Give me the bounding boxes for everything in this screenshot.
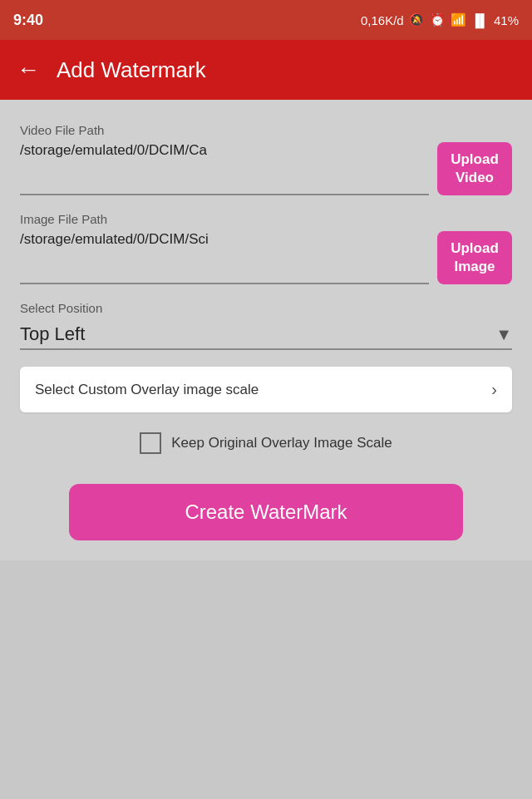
- status-right: 0,16K/d 🔕 ⏰ 📶 ▐▌ 41%: [361, 12, 519, 27]
- back-button[interactable]: ←: [17, 58, 40, 81]
- keep-original-checkbox[interactable]: [140, 432, 161, 454]
- upload-image-button[interactable]: UploadImage: [437, 231, 512, 284]
- dropdown-arrow-icon: ▼: [495, 325, 512, 344]
- image-input-wrapper: /storage/emulated/0/DCIM/Sci: [20, 231, 429, 284]
- video-field-row: /storage/emulated/0/DCIM/Ca UploadVideo: [20, 142, 512, 195]
- top-bar: ← Add Watermark: [0, 40, 532, 100]
- position-dropdown[interactable]: Top Left ▼: [20, 320, 512, 350]
- video-field-section: Video File Path /storage/emulated/0/DCIM…: [20, 123, 512, 195]
- alarm-icon: ⏰: [430, 12, 446, 27]
- battery-status: 41%: [494, 13, 519, 27]
- video-field-label: Video File Path: [20, 123, 512, 137]
- overlay-scale-label: Select Custom Overlay image scale: [35, 382, 259, 398]
- wifi-icon: 📶: [451, 12, 466, 27]
- status-bar: 9:40 0,16K/d 🔕 ⏰ 📶 ▐▌ 41%: [0, 0, 532, 40]
- main-content: Video File Path /storage/emulated/0/DCIM…: [0, 100, 532, 560]
- position-value: Top Left: [20, 323, 85, 345]
- status-time: 9:40: [13, 12, 43, 29]
- signal-icon: ▐▌: [471, 13, 489, 27]
- checkbox-row: Keep Original Overlay Image Scale: [20, 432, 512, 454]
- position-label: Select Position: [20, 301, 512, 315]
- chevron-right-icon: ›: [491, 380, 497, 399]
- checkbox-label: Keep Original Overlay Image Scale: [171, 435, 392, 451]
- image-field-section: Image File Path /storage/emulated/0/DCIM…: [20, 212, 512, 284]
- page-title: Add Watermark: [57, 57, 206, 83]
- overlay-scale-row[interactable]: Select Custom Overlay image scale ›: [20, 367, 512, 412]
- position-section: Select Position Top Left ▼: [20, 301, 512, 350]
- video-input-wrapper: /storage/emulated/0/DCIM/Ca: [20, 142, 429, 195]
- network-status: 0,16K/d: [361, 13, 404, 27]
- create-watermark-button[interactable]: Create WaterMark: [69, 484, 463, 540]
- video-file-path: /storage/emulated/0/DCIM/Ca: [20, 142, 207, 158]
- image-file-path: /storage/emulated/0/DCIM/Sci: [20, 231, 209, 247]
- upload-video-button[interactable]: UploadVideo: [437, 142, 512, 195]
- image-field-row: /storage/emulated/0/DCIM/Sci UploadImage: [20, 231, 512, 284]
- mute-icon: 🔕: [409, 12, 425, 27]
- image-field-label: Image File Path: [20, 212, 512, 226]
